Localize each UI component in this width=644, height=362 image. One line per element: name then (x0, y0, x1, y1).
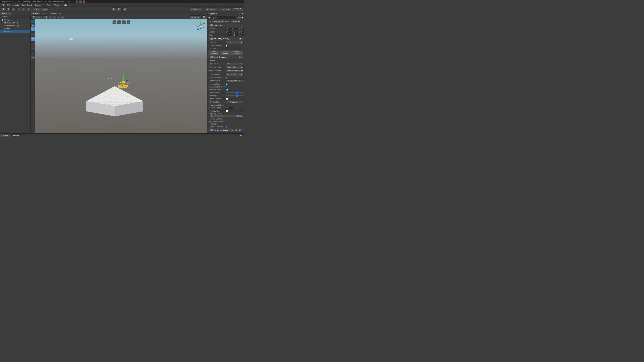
baked-lightmap-foldout[interactable]: ▶ Baked Lightmap (208, 118, 244, 120)
menu-file[interactable]: File (1, 4, 6, 6)
materials-foldout[interactable]: ▶ Materials (208, 123, 244, 125)
custom-collider-checkbox[interactable] (226, 45, 228, 46)
side-btn-camera[interactable] (31, 24, 35, 27)
pb-mesh-settings-icon[interactable]: ⚙ (242, 129, 243, 131)
asset-store-tab[interactable]: Asset Store (49, 12, 63, 15)
light-probes-select[interactable]: Off (226, 62, 243, 65)
side-btn-rotate[interactable]: ↻ (31, 37, 35, 41)
twod-button[interactable]: 2D (43, 15, 48, 19)
console-tab[interactable]: Console (10, 134, 21, 137)
transform-settings-icon[interactable]: ⚙ (242, 24, 243, 26)
scene-eye-btn[interactable]: 👁 (112, 20, 116, 24)
shaded-dropdown[interactable]: Shaded ▼ (32, 15, 42, 19)
pb-mesh-header[interactable]: ▼ Pb_Mesh-163838 (Mesh Filt ⚙ (208, 128, 244, 132)
hand-tool-button[interactable]: ✋ (1, 7, 6, 11)
gizmos-button[interactable]: Gizmos ▼ (190, 15, 201, 19)
maximize-button[interactable]: □ (79, 0, 82, 3)
remove-collider-btn[interactable]: Remove Collider (230, 50, 243, 55)
scale-tool-button[interactable]: ⤢ (16, 7, 20, 11)
ignore-normals-checkbox[interactable] (226, 98, 228, 100)
rect-tool-button[interactable]: ▭ (21, 7, 25, 11)
menu-component[interactable]: Component (33, 4, 45, 6)
pivot-button[interactable]: Pivot (33, 7, 40, 11)
side-btn-ion[interactable]: ION (31, 27, 35, 31)
position-y-input[interactable] (234, 27, 239, 30)
object-active-checkbox[interactable] (208, 16, 210, 18)
lightmap-static-checkbox[interactable] (226, 83, 228, 85)
close-button[interactable]: ✕ (83, 0, 85, 3)
pb-mesh-toggle[interactable] (239, 129, 241, 131)
fx-toggle[interactable]: ✦ (57, 16, 60, 19)
side-btn-z[interactable]: Z (31, 51, 35, 55)
static-dropdown-icon[interactable]: ▼ (244, 16, 244, 18)
transform-tool-button[interactable]: ⊞ (26, 7, 30, 11)
mesh-renderer-header[interactable]: ▼ Mesh Renderer ⚙ (208, 55, 244, 59)
uv-charting-foldout[interactable]: ▼ UV Charting Control (208, 86, 244, 88)
optimize-realtime-checkbox[interactable] (226, 89, 228, 91)
lightmap-settings-foldout[interactable]: ▼ Lightmap Settings (208, 104, 244, 106)
position-x-input[interactable] (227, 27, 232, 30)
realtime-lightmap-foldout[interactable]: ▶ Realtime Lightmap (208, 120, 244, 123)
lightmap-param-select[interactable]: Scene Default Par (210, 115, 236, 117)
menu-window[interactable]: Window (53, 4, 61, 6)
menu-edit[interactable]: Edit (6, 4, 12, 6)
hierarchy-tab[interactable]: Hierarchy (0, 12, 12, 15)
layers-button[interactable]: Layers ▼ (220, 7, 231, 11)
anchor-override-select[interactable]: None (Transform) (226, 69, 244, 72)
side-btn-3d[interactable]: 3D (31, 55, 35, 59)
scene-view[interactable]: 1 ION → ↻ X Y Z 3D (30, 19, 207, 133)
rotation-z-input[interactable] (240, 31, 244, 33)
audio-toggle[interactable]: ♪ (53, 16, 56, 19)
scale-y-input[interactable] (234, 34, 239, 36)
scale-lightmap-input[interactable] (226, 107, 233, 109)
side-btn-y[interactable]: Y (31, 46, 35, 51)
lighting-toggle[interactable]: ☀ (49, 16, 52, 19)
menu-gameobject[interactable]: GameObject (20, 4, 33, 6)
game-tab[interactable]: Game (40, 12, 49, 15)
inspector-settings-icon[interactable]: ⚙ (239, 12, 240, 14)
static-checkbox[interactable] (242, 16, 243, 18)
rotate-tool-button[interactable]: ↻ (12, 7, 16, 11)
pb-entity-toggle[interactable] (239, 38, 241, 40)
mesh-renderer-toggle[interactable] (239, 56, 241, 58)
rotation-y-input[interactable] (234, 31, 239, 33)
minimize-button[interactable]: ─ (76, 0, 78, 3)
menu-help[interactable]: Help (62, 4, 68, 6)
inspector-scroll[interactable]: Static ▼ Tag Untagged Layer Default (208, 15, 244, 133)
mesh-renderer-settings-icon[interactable]: ⚙ (242, 56, 243, 58)
scene-move-btn[interactable]: ↔ (122, 20, 126, 24)
scene-flag-btn[interactable]: ⚑ (126, 20, 130, 24)
layer-select[interactable]: Default (230, 20, 240, 23)
hierarchy-item-cylinder[interactable]: ▣ Cylinder (0, 30, 30, 33)
side-btn-1[interactable]: 1 (31, 19, 35, 23)
hierarchy-item-main[interactable]: ▶ ⊞ Main* (0, 18, 30, 21)
max-angle-slider[interactable] (226, 95, 244, 96)
pb-entity-settings-icon[interactable]: ⚙ (242, 38, 243, 40)
menu-assets[interactable]: Assets (12, 4, 20, 6)
lightmap-edit-btn[interactable]: Edit... (236, 115, 243, 117)
collab-button[interactable]: ✓ Collab ▼ (190, 7, 202, 11)
layout-button[interactable]: Default ▼ (232, 7, 243, 11)
step-button[interactable] (122, 7, 127, 11)
scene-sound-btn[interactable]: ♪ (117, 20, 121, 24)
reflection-probes-select[interactable]: Blend Probes (226, 66, 243, 69)
rotation-x-input[interactable] (227, 31, 232, 33)
play-button[interactable] (112, 7, 116, 11)
scene-tab[interactable]: Scene (30, 12, 40, 15)
receive-shadows-checkbox[interactable] (226, 77, 228, 79)
dynamic-occluded-checkbox[interactable] (226, 126, 228, 128)
object-name-input[interactable] (211, 16, 236, 19)
cast-shadows-select[interactable]: Two Sided (226, 73, 243, 76)
pause-button[interactable] (117, 7, 122, 11)
min-chart-size-select[interactable]: 4 (Stitchable) (226, 100, 243, 103)
box-collider-btn[interactable]: Box Collider (220, 50, 230, 55)
hierarchy-item-main-camera[interactable]: 📷 Main Camera (0, 21, 30, 24)
side-btn-move[interactable]: → (31, 32, 35, 36)
motion-vectors-select[interactable]: Per Object Motion (226, 79, 244, 82)
side-btn-x[interactable]: X (31, 42, 35, 46)
scale-x-input[interactable] (227, 34, 232, 36)
transform-header[interactable]: ▼ Transform ⚙ (208, 23, 244, 27)
skybox-toggle[interactable]: ◈ (61, 16, 64, 19)
move-tool-button[interactable]: ✚ (7, 7, 10, 11)
local-button[interactable]: Local (41, 7, 48, 11)
